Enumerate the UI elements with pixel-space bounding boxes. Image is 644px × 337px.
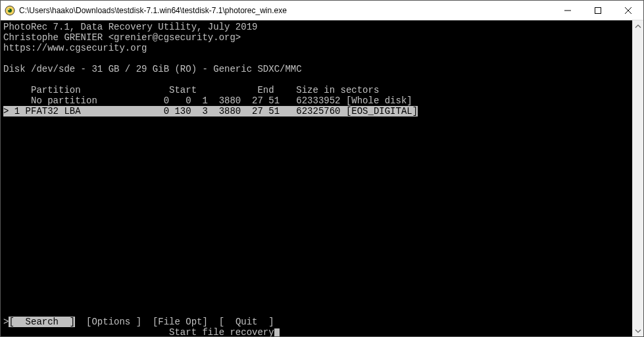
scroll-track[interactable] [633,32,643,325]
scroll-up-icon[interactable] [633,20,643,32]
header-line1: PhotoRec 7.1, Data Recovery Utility, Jul… [3,22,257,32]
window-titlebar: C:\Users\haako\Downloads\testdisk-7.1.wi… [1,1,643,20]
scrollbar[interactable] [632,20,643,336]
svg-point-2 [9,9,10,10]
window-title: C:\Users\haako\Downloads\testdisk-7.1.wi… [19,6,553,15]
partition-row[interactable]: No partition 0 0 1 3880 27 51 62333952 [… [3,95,412,106]
header-line3: https://www.cgsecurity.org [3,43,147,53]
disk-info: Disk /dev/sde - 31 GB / 29 GiB (RO) - Ge… [3,64,302,74]
menu-hint: Start file recovery [169,327,274,336]
menu-item[interactable]: [ Search ] [9,317,75,327]
maximize-button[interactable] [583,1,613,20]
partition-row[interactable]: > 1 PFAT32 LBA 0 130 3 3880 27 51 623257… [3,106,418,117]
close-button[interactable] [613,1,643,20]
app-icon [5,5,15,16]
console-output[interactable]: PhotoRec 7.1, Data Recovery Utility, Jul… [1,20,632,336]
scroll-down-icon[interactable] [633,325,643,336]
minimize-button[interactable] [553,1,583,20]
svg-rect-4 [595,7,601,13]
menu-item[interactable]: [File Opt] [153,317,208,327]
partition-header: Partition Start End Size in sectors [3,85,379,95]
window-controls [553,1,643,20]
menu-item[interactable]: [Options ] [86,317,141,327]
menu-item[interactable]: [ Quit ] [219,317,274,327]
cursor [274,328,280,336]
header-line2: Christophe GRENIER <grenier@cgsecurity.o… [3,32,241,43]
